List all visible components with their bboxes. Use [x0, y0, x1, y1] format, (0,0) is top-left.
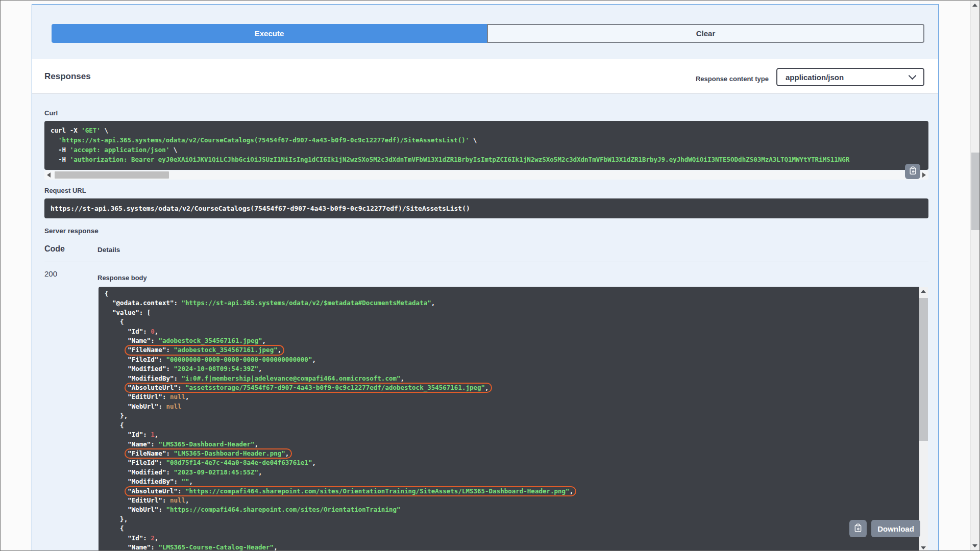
page-scroll-up-arrow-icon[interactable] — [972, 4, 977, 7]
request-url-value: https://st-api.365.systems/odata/v2/Cour… — [44, 198, 928, 218]
scroll-down-arrow-icon[interactable] — [921, 546, 926, 549]
annotation-highlight: "AbsoluteUrl": "https://compafi464.share… — [125, 487, 576, 496]
curl-command-block: curl -X 'GET' \ 'https://st-api.365.syst… — [44, 121, 928, 170]
clear-button[interactable]: Clear — [487, 24, 924, 43]
download-button[interactable]: Download — [871, 520, 920, 537]
clipboard-icon — [909, 166, 917, 177]
response-content-type-label: Response content type — [679, 75, 769, 83]
code-column-header: Code — [44, 244, 65, 254]
curl-horizontal-scrollbar[interactable] — [44, 170, 928, 180]
page-scrollbar[interactable] — [970, 1, 979, 550]
annotation-highlight: "FileName": "adobestock_354567161.jpeg", — [125, 345, 284, 355]
details-column-header: Details — [97, 246, 120, 254]
selected-content-type: application/json — [786, 73, 844, 82]
response-body-block: { "@odata.context": "https://st-api.365.… — [99, 287, 919, 551]
responses-title: Responses — [44, 71, 91, 82]
response-body-scrollbar[interactable] — [919, 287, 928, 551]
response-content-type-select[interactable]: application/json — [776, 68, 924, 86]
scroll-up-arrow-icon[interactable] — [921, 290, 926, 293]
curl-copy-button[interactable] — [905, 164, 920, 179]
scroll-right-arrow-icon[interactable] — [922, 172, 926, 178]
annotation-highlight: "FileName": "LMS365-Dashboard-Header.png… — [125, 449, 292, 458]
page-scroll-down-arrow-icon[interactable] — [972, 544, 977, 547]
response-copy-button[interactable] — [849, 520, 867, 537]
execute-button[interactable]: Execute — [52, 24, 487, 43]
table-divider — [44, 262, 928, 262]
scroll-left-arrow-icon[interactable] — [47, 172, 51, 178]
curl-scrollbar-thumb[interactable] — [55, 171, 169, 179]
request-url-title: Request URL — [44, 187, 86, 194]
server-response-title: Server response — [44, 227, 99, 235]
clipboard-icon — [853, 523, 863, 534]
chevron-down-icon — [909, 72, 917, 80]
response-body-title: Response body — [97, 274, 147, 282]
swagger-ui-page: Execute Clear Responses Response content… — [0, 0, 980, 551]
page-scrollbar-thumb[interactable] — [971, 153, 979, 230]
response-body-scrollbar-thumb[interactable] — [919, 298, 928, 441]
curl-section-title: Curl — [44, 109, 58, 117]
annotation-highlight: "AbsoluteUrl": "assetsstorage/75454f67-d… — [125, 383, 492, 392]
status-code: 200 — [44, 269, 57, 278]
